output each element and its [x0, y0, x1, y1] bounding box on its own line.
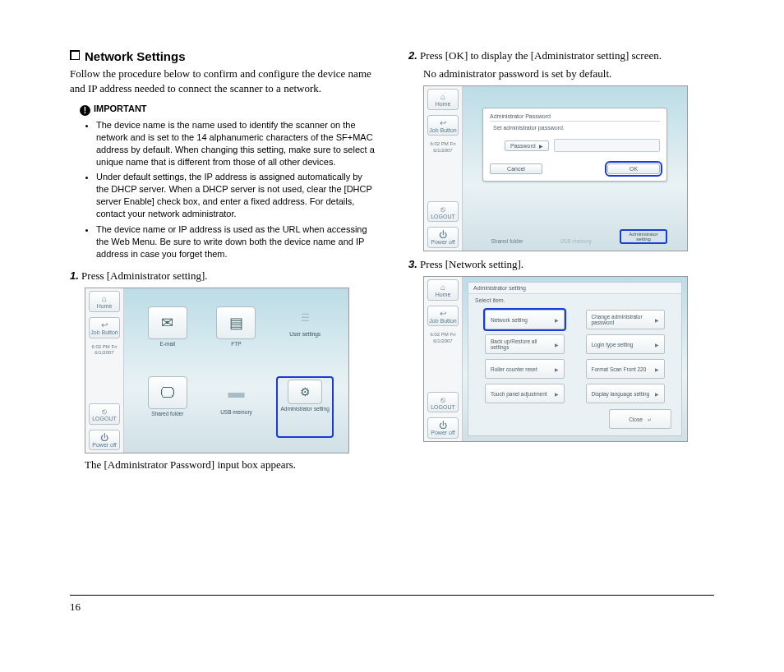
password-input[interactable]: [554, 139, 660, 152]
important-label: !IMPORTANT: [80, 104, 376, 116]
clock: 6:02 PM Fri 6/1/2007: [87, 344, 122, 356]
step-1-caption: The [Administrator Password] input box a…: [85, 458, 376, 472]
user-settings-tile[interactable]: ☰ User settings: [276, 306, 334, 368]
admin-password-dialog: Administrator Password Set administrator…: [482, 108, 667, 182]
important-item: The device name is the name used to iden…: [96, 119, 376, 168]
admin-setting-tile[interactable]: ⚙ Administrator setting: [276, 376, 334, 438]
usb-label: USB memory: [551, 238, 601, 244]
panel-title: Administrator setting: [468, 283, 681, 294]
password-button[interactable]: Password▶: [505, 140, 549, 151]
user-icon: ☰: [290, 306, 320, 329]
server-icon: ▤: [216, 306, 256, 339]
backup-restore-option[interactable]: Back up/Restore all settings▶: [485, 334, 565, 354]
usb-icon: ▬: [217, 376, 255, 407]
usb-tile[interactable]: ▬ USB memory: [208, 376, 265, 438]
touch-panel-option[interactable]: Touch panel adjustment▶: [485, 384, 565, 403]
dialog-title: Administrator Password: [490, 113, 660, 122]
clock: 6:02 PM Fri 6/1/2007: [426, 141, 460, 153]
step-3: 3. Press [Network setting].: [408, 258, 714, 271]
step-2-sub: No administrator password is set by defa…: [423, 67, 714, 81]
logout-button[interactable]: ⎋LOGOUT: [89, 403, 120, 425]
power-off-button[interactable]: ⏻Power off: [427, 227, 459, 248]
roller-counter-option[interactable]: Roller counter reset▶: [485, 359, 565, 379]
home-button[interactable]: ⌂Home: [427, 279, 459, 301]
cancel-button[interactable]: Cancel: [490, 163, 542, 174]
admin-setting-label: Administrator setting: [620, 229, 667, 244]
sliders-icon: ⚙: [288, 380, 322, 404]
ok-button[interactable]: OK: [607, 163, 660, 174]
network-setting-option[interactable]: Network setting▶: [485, 310, 565, 329]
format-option[interactable]: Format Scan Front 220▶: [586, 359, 666, 379]
change-password-option[interactable]: Change administrator password▶: [586, 310, 666, 329]
home-button[interactable]: ⌂Home: [89, 291, 120, 312]
logout-button[interactable]: ⎋LOGOUT: [427, 201, 459, 223]
screenshot-network-setting: ⌂Home ↩Job Button 6:02 PM Fri 6/1/2007 ⎋…: [423, 276, 688, 442]
screenshot-admin-password: ⌂Home ↩Job Button 6:02 PM Fri 6/1/2007 ⎋…: [423, 85, 688, 251]
step-1: 1. Press [Administrator setting].: [70, 269, 376, 283]
screenshot-admin-setting: ⌂Home ↩Job Button 6:02 PM Fri 6/1/2007 ⎋…: [85, 288, 349, 453]
folder-icon: 🖵: [148, 376, 187, 409]
dialog-subtitle: Set administrator password.: [493, 125, 660, 131]
display-language-option[interactable]: Display language setting▶: [586, 384, 666, 403]
page-number: 16: [70, 601, 714, 614]
important-list: The device name is the name used to iden…: [85, 119, 376, 260]
job-button[interactable]: ↩Job Button: [427, 306, 459, 327]
power-off-button[interactable]: ⏻Power off: [89, 430, 120, 451]
panel-subtitle: Select item.: [468, 294, 681, 303]
email-tile[interactable]: ✉ E-mail: [139, 306, 196, 368]
shared-folder-label: Shared folder: [482, 238, 532, 244]
logout-button[interactable]: ⎋LOGOUT: [427, 392, 459, 413]
home-button[interactable]: ⌂Home: [427, 89, 459, 110]
step-2: 2. Press [OK] to display the [Administra…: [408, 49, 714, 62]
close-button[interactable]: Close↵: [609, 409, 671, 429]
shared-folder-tile[interactable]: 🖵 Shared folder: [139, 376, 196, 438]
job-button[interactable]: ↩Job Button: [427, 115, 459, 136]
clock: 6:02 PM Fri 6/1/2007: [426, 332, 460, 343]
login-type-option[interactable]: Login type setting▶: [586, 334, 666, 354]
important-item: The device name or IP address is used as…: [96, 223, 376, 260]
power-off-button[interactable]: ⏻Power off: [427, 417, 459, 439]
mail-icon: ✉: [148, 306, 187, 339]
important-item: Under default settings, the IP address i…: [96, 171, 376, 219]
ftp-tile[interactable]: ▤ FTP: [208, 306, 265, 368]
job-button[interactable]: ↩Job Button: [89, 317, 120, 338]
section-intro: Follow the procedure below to confirm an…: [70, 67, 376, 95]
section-title: Network Settings: [70, 49, 376, 63]
